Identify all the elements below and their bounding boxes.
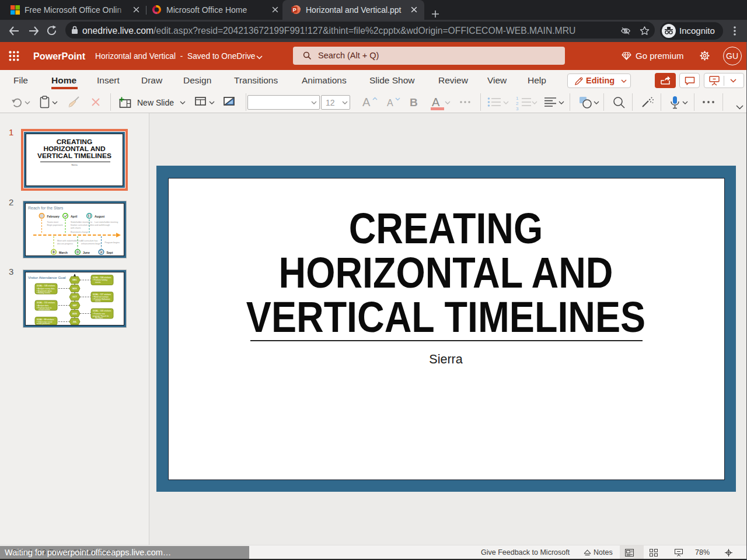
svg-text:Meet with stakeholders to: Meet with stakeholders to (57, 240, 81, 242)
svg-text:media platforms: media platforms (37, 323, 50, 325)
svg-text:NOV: NOV (72, 288, 77, 290)
svg-text:Reach for the Stars: Reach for the Stars (28, 206, 64, 210)
svg-text:GOAL : 125 visitors: GOAL : 125 visitors (37, 285, 55, 287)
svg-text:Stakeholder meeting to: Stakeholder meeting to (71, 221, 92, 223)
svg-text:discuss progress: discuss progress (57, 243, 73, 245)
svg-text:DEC: DEC (72, 279, 77, 281)
svg-text:events: events (95, 281, 101, 284)
svg-text:events: events (95, 300, 101, 302)
svg-text:February: February (47, 215, 60, 218)
svg-text:Last stakeholder meeting: Last stakeholder meeting (95, 221, 118, 223)
svg-text:GOAL : 101 visitors: GOAL : 101 visitors (93, 310, 111, 312)
svg-text:Visitor Attendance Goal: Visitor Attendance Goal (28, 275, 66, 279)
svg-text:school events: school events (39, 309, 50, 311)
svg-text:August: August (95, 215, 105, 218)
svg-text:Begin paperwork: Begin paperwork (47, 224, 63, 226)
svg-text:the Stars”: the Stars” (95, 317, 103, 319)
svg-text:• Holiday events: • Holiday events (37, 292, 50, 294)
svg-text:SEP: SEP (72, 304, 77, 307)
svg-text:enhancements begin: enhancements begin (81, 243, 100, 245)
svg-text:P: P (293, 7, 296, 13)
svg-text:OCT: OCT (72, 296, 77, 298)
svg-text:with charts: with charts (71, 227, 81, 229)
svg-text:finalize curriculum outline: finalize curriculum outline (71, 224, 94, 226)
svg-text:Sept: Sept (107, 251, 113, 254)
svg-text:Teams meet: Teams meet (47, 221, 59, 223)
svg-text:All curriculum has: All curriculum has (81, 240, 98, 242)
svg-text:GOAL : 113 visitors: GOAL : 113 visitors (37, 302, 55, 304)
svg-text:Program begins: Program begins (105, 242, 120, 244)
svg-text:March: March (59, 251, 68, 254)
svg-text:Brainstorm change: Brainstorm change (71, 231, 88, 233)
svg-text:GOAL : 117 visitors: GOAL : 117 visitors (93, 293, 111, 296)
svg-text:and walkthrough: and walkthrough (95, 224, 110, 226)
svg-text:AUG: AUG (72, 313, 77, 315)
svg-text:JUL: JUL (73, 321, 77, 323)
svg-text:GOAL : 100 visitors: GOAL : 100 visitors (93, 276, 111, 279)
svg-text:June: June (83, 251, 90, 254)
svg-text:April: April (71, 215, 78, 218)
